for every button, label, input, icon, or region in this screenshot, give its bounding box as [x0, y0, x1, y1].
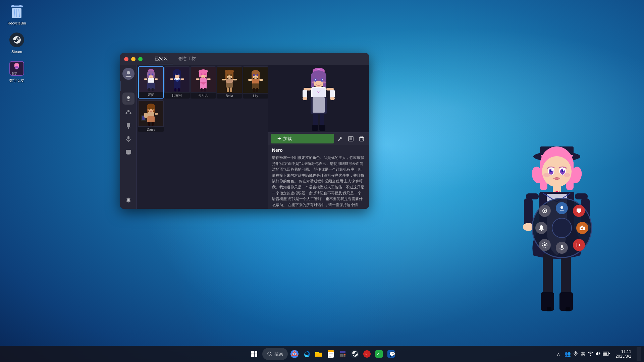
- svg-rect-189: [561, 254, 571, 297]
- digital-mate-desktop-icon[interactable]: 数字 数字女友: [3, 60, 30, 83]
- svg-rect-65: [199, 71, 201, 77]
- svg-point-112: [153, 109, 155, 111]
- taskbar-blue-app[interactable]: 💬: [386, 349, 396, 359]
- character-card-daisy[interactable]: Daisy: [138, 100, 164, 132]
- window-close-button[interactable]: [124, 57, 128, 61]
- delete-character-button[interactable]: [357, 134, 366, 143]
- network-people-icon[interactable]: 👥: [565, 351, 571, 357]
- svg-rect-221: [340, 354, 342, 355]
- window-minimize-button[interactable]: [131, 57, 136, 61]
- svg-rect-141: [330, 90, 335, 98]
- wifi-icon[interactable]: [588, 351, 593, 357]
- sidebar-avatar-button[interactable]: [122, 68, 135, 80]
- tab-installed[interactable]: 已安装: [149, 54, 173, 64]
- character-card-bella[interactable]: Bella: [217, 66, 242, 99]
- character-card-lily[interactable]: Lily: [243, 66, 268, 99]
- window-titlebar: 已安装 创意工坊: [120, 53, 369, 65]
- steam-taskbar-icon: [351, 350, 359, 358]
- recycle-bin-icon[interactable]: RecycleBin: [3, 3, 30, 25]
- character-preview: [268, 65, 369, 132]
- sidebar-characters-button[interactable]: [122, 93, 135, 105]
- window-maximize-button[interactable]: [138, 57, 143, 61]
- tab-workshop[interactable]: 创意工坊: [173, 54, 201, 64]
- svg-rect-95: [258, 72, 260, 79]
- system-tray-overflow-button[interactable]: ∧: [555, 350, 562, 359]
- character-card-bianco[interactable]: 比安可: [164, 66, 190, 99]
- svg-rect-220: [340, 351, 345, 353]
- taskbar-right-area: ∧ 👥 英: [555, 347, 641, 361]
- svg-point-167: [542, 156, 572, 187]
- svg-rect-140: [303, 90, 307, 98]
- windows-start-button[interactable]: [248, 347, 261, 361]
- character-card-kekeer[interactable]: 可可儿: [191, 66, 216, 99]
- radial-mic-button[interactable]: [556, 242, 568, 254]
- steam-desktop-icon[interactable]: Steam: [3, 32, 30, 54]
- search-icon: [267, 351, 272, 357]
- search-placeholder-text: 搜索: [274, 351, 283, 357]
- taskbar-search-box[interactable]: 搜索: [262, 348, 288, 360]
- character-grid-row1: 妮梦: [137, 65, 268, 100]
- sidebar-social-button[interactable]: [122, 106, 135, 118]
- taskbar-explorer[interactable]: [313, 349, 324, 359]
- taskbar-notes[interactable]: [325, 349, 336, 359]
- window-character-button[interactable]: [346, 134, 356, 143]
- taskbar-edge[interactable]: [301, 349, 312, 359]
- radial-bell-button[interactable]: [535, 222, 547, 234]
- svg-rect-222: [342, 354, 344, 355]
- character-grid-row2: Daisy: [137, 100, 268, 133]
- svg-rect-16: [18, 64, 19, 67]
- sidebar-settings-button[interactable]: [122, 194, 135, 206]
- svg-rect-41: [144, 78, 148, 80]
- svg-rect-80: [232, 72, 233, 79]
- svg-rect-225: [342, 355, 344, 357]
- taskbar-steam[interactable]: [350, 349, 360, 359]
- svg-point-50: [175, 74, 176, 75]
- svg-rect-153: [361, 136, 363, 137]
- svg-rect-137: [313, 97, 325, 113]
- language-indicator[interactable]: 英: [580, 351, 586, 357]
- svg-point-130: [315, 79, 316, 80]
- system-mic-icon[interactable]: [573, 351, 578, 357]
- sidebar-notifications-button[interactable]: [122, 119, 135, 131]
- radial-extra-button[interactable]: [539, 205, 551, 217]
- edit-character-button[interactable]: [335, 134, 345, 143]
- system-clock[interactable]: 11:11 2023/8/1: [613, 349, 634, 359]
- character-card-kekeer-image: [191, 66, 216, 93]
- taskbar-green-app[interactable]: ✓: [374, 349, 384, 359]
- character-card-lily-name: Lily: [243, 94, 268, 99]
- svg-rect-239: [603, 352, 607, 355]
- steam-label: Steam: [11, 50, 22, 54]
- radial-logout-button[interactable]: [573, 239, 585, 251]
- character-card-bianco-image: [164, 66, 190, 93]
- steam-logo: [9, 33, 24, 47]
- radial-camera-button[interactable]: [576, 222, 588, 234]
- load-character-button[interactable]: + 加载: [271, 134, 334, 143]
- svg-rect-75: [204, 88, 206, 92]
- svg-rect-103: [256, 88, 258, 92]
- svg-rect-127: [323, 74, 326, 87]
- svg-rect-40: [147, 83, 155, 89]
- sidebar-chat-button[interactable]: [122, 146, 135, 158]
- svg-rect-107: [147, 106, 149, 113]
- battery-icon[interactable]: [603, 351, 610, 357]
- character-card-nimeng[interactable]: 妮梦: [138, 66, 164, 99]
- character-card-daisy-name: Daisy: [138, 127, 164, 132]
- svg-rect-213: [315, 353, 322, 357]
- radial-chat-button[interactable]: [573, 205, 585, 217]
- app-window: 已安装 创意工坊: [120, 53, 369, 209]
- svg-point-67: [201, 73, 203, 75]
- character-card-nimeng-image: [139, 67, 163, 92]
- svg-rect-89: [227, 87, 229, 92]
- taskbar-red-app[interactable]: ♪: [362, 349, 372, 359]
- character-card-bella-name: Bella: [217, 94, 242, 99]
- svg-rect-224: [340, 355, 342, 357]
- sidebar-voice-button[interactable]: [122, 133, 135, 145]
- radial-settings-button[interactable]: [539, 239, 551, 251]
- taskbar-chrome[interactable]: [289, 349, 300, 359]
- notification-side-button[interactable]: [637, 347, 641, 361]
- volume-icon[interactable]: [595, 351, 601, 357]
- radial-menu[interactable]: [532, 198, 592, 258]
- taskbar-calculator[interactable]: [337, 349, 348, 359]
- svg-point-142: [303, 97, 307, 100]
- radial-user-button[interactable]: [556, 202, 568, 214]
